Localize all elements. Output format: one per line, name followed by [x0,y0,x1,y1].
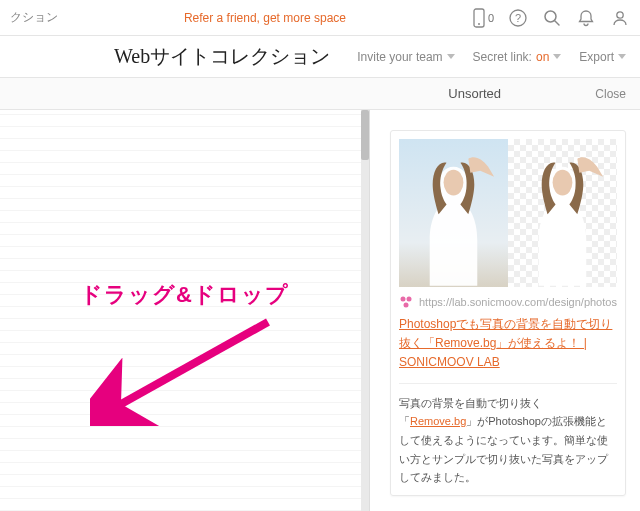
close-button[interactable]: Close [595,87,626,101]
svg-point-4 [545,11,556,22]
card-thumbnail [399,139,617,287]
side-panel: https://lab.sonicmoov.com/design/photos … [370,110,640,511]
source-icon [399,295,413,309]
scrollbar-thumb[interactable] [361,110,369,160]
export-dropdown[interactable]: Export [579,50,626,64]
scrollbar[interactable] [361,110,369,511]
svg-point-8 [444,170,464,196]
invite-team-dropdown[interactable]: Invite your team [357,50,454,64]
svg-point-11 [407,297,412,302]
panel-title: Unsorted [354,86,595,101]
card-source-url: https://lab.sonicmoov.com/design/photos [419,296,617,308]
help-icon[interactable]: ? [508,8,528,28]
svg-point-6 [617,11,623,17]
svg-point-1 [478,23,480,25]
svg-line-7 [114,322,268,408]
chevron-down-icon [618,54,626,59]
card-description: 写真の背景を自動で切り抜く「Remove.bg」がPhotoshopの拡張機能と… [399,394,617,487]
mobile-count: 0 [488,12,494,24]
remove-bg-link[interactable]: Remove.bg [410,415,466,427]
svg-text:?: ? [515,12,521,24]
card-title[interactable]: Photoshopでも写真の背景を自動で切り抜く「Remove.bg」が使えるよ… [399,315,617,373]
svg-point-9 [553,170,573,196]
canvas-dropzone[interactable]: ドラッグ&ドロップ [0,110,370,511]
secret-link-dropdown[interactable]: Secret link: on [473,50,562,64]
profile-icon[interactable] [610,8,630,28]
page-title: Webサイトコレクション [114,43,330,70]
svg-point-12 [404,303,409,308]
chevron-down-icon [553,54,561,59]
bookmark-card[interactable]: https://lab.sonicmoov.com/design/photos … [390,130,626,496]
svg-point-10 [401,297,406,302]
search-icon[interactable] [542,8,562,28]
chevron-down-icon [447,54,455,59]
bell-icon[interactable] [576,8,596,28]
breadcrumb-fragment: クション [10,9,58,26]
mobile-icon[interactable]: 0 [472,8,494,28]
refer-friend-link[interactable]: Refer a friend, get more space [184,11,346,25]
svg-line-5 [555,21,559,25]
drag-drop-annotation: ドラッグ&ドロップ [80,280,289,426]
